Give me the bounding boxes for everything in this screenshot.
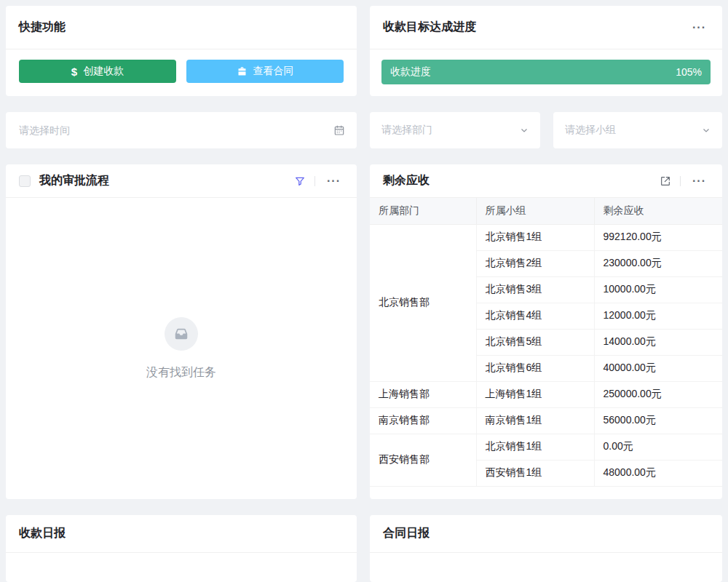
empty-state-text: 没有找到任务 <box>146 365 216 380</box>
approval-header: 我的审批流程 <box>6 164 357 198</box>
amount-cell: 12000.00元 <box>594 303 722 329</box>
table-row: 南京销售部南京销售1组56000.00元 <box>370 407 722 434</box>
progress-card: 收款目标达成进度 收款进度 105% <box>370 6 722 96</box>
header-divider <box>680 176 681 186</box>
group-cell: 上海销售1组 <box>476 381 594 407</box>
dept-cell: 上海销售部 <box>370 381 476 407</box>
receivable-table-wrap[interactable]: 所属部门 所属小组 剩余应收 北京销售部北京销售1组992120.00元北京销售… <box>370 198 722 499</box>
amount-cell: 230000.00元 <box>594 250 722 276</box>
right-filters: 请选择部门 请选择小组 <box>370 112 722 148</box>
quick-actions-card: 快捷功能 $ 创建收款 查看合同 <box>6 6 357 96</box>
time-picker-input[interactable] <box>17 124 333 137</box>
amount-cell: 0.00元 <box>594 434 722 460</box>
receivable-table: 所属部门 所属小组 剩余应收 北京销售部北京销售1组992120.00元北京销售… <box>370 198 722 487</box>
create-payment-button[interactable]: $ 创建收款 <box>19 60 176 83</box>
payment-daily-card: 收款日报 <box>6 515 357 582</box>
amount-cell: 250000.00元 <box>594 381 722 407</box>
group-cell: 南京销售1组 <box>476 407 594 434</box>
time-picker[interactable] <box>6 112 357 148</box>
approval-title: 我的审批流程 <box>39 173 109 188</box>
progress-title: 收款目标达成进度 <box>383 20 476 35</box>
approval-card: 我的审批流程 没有找到任务 <box>6 164 357 499</box>
export-icon[interactable] <box>660 175 671 187</box>
empty-inbox-icon <box>165 317 198 351</box>
table-row: 上海销售部上海销售1组250000.00元 <box>370 381 722 407</box>
receivable-title: 剩余应收 <box>383 173 430 188</box>
dept-cell: 北京销售部 <box>370 224 476 381</box>
view-contract-label: 查看合同 <box>253 65 294 78</box>
contract-daily-header: 合同日报 <box>370 515 722 553</box>
quick-actions-header: 快捷功能 <box>6 6 357 49</box>
calendar-icon <box>333 124 345 136</box>
filter-funnel-icon[interactable] <box>294 175 306 187</box>
more-icon[interactable] <box>689 173 709 189</box>
col-amount: 剩余应收 <box>594 198 722 224</box>
contract-daily-title: 合同日报 <box>383 526 430 541</box>
dollar-icon: $ <box>71 65 77 78</box>
col-dept: 所属部门 <box>370 198 476 224</box>
group-cell: 北京销售3组 <box>476 276 594 303</box>
progress-bar: 收款进度 105% <box>381 60 711 84</box>
view-contract-button[interactable]: 查看合同 <box>186 60 344 83</box>
amount-cell: 48000.00元 <box>594 460 722 486</box>
approval-empty-state: 没有找到任务 <box>6 198 357 499</box>
group-cell: 西安销售1组 <box>476 460 594 486</box>
contract-daily-body <box>370 553 722 582</box>
group-cell: 北京销售5组 <box>476 329 594 355</box>
dashboard: 快捷功能 $ 创建收款 查看合同 收款目标达成进度 收款进度 105% <box>0 0 728 582</box>
amount-cell: 14000.00元 <box>594 329 722 355</box>
receivable-header: 剩余应收 <box>370 164 722 198</box>
group-cell: 北京销售1组 <box>476 434 594 460</box>
col-group: 所属小组 <box>476 198 594 224</box>
more-icon[interactable] <box>689 20 709 36</box>
more-icon[interactable] <box>324 173 344 189</box>
progress-body: 收款进度 105% <box>370 49 722 84</box>
dept-cell: 西安销售部 <box>370 434 476 486</box>
contract-daily-card: 合同日报 <box>370 515 722 582</box>
progress-header: 收款目标达成进度 <box>370 6 722 49</box>
group-cell: 北京销售2组 <box>476 250 594 276</box>
chevron-down-icon <box>702 126 711 135</box>
group-select-value: 请选择小组 <box>565 124 702 137</box>
payment-daily-title: 收款日报 <box>19 526 66 541</box>
payment-daily-header: 收款日报 <box>6 515 357 553</box>
quick-actions-body: $ 创建收款 查看合同 <box>6 49 357 83</box>
department-select-value: 请选择部门 <box>381 124 520 137</box>
group-select[interactable]: 请选择小组 <box>553 112 722 148</box>
quick-actions-title: 快捷功能 <box>19 20 66 35</box>
dept-cell: 南京销售部 <box>370 407 476 434</box>
receivable-table-body: 北京销售部北京销售1组992120.00元北京销售2组230000.00元北京销… <box>370 224 722 486</box>
briefcase-icon <box>237 66 248 77</box>
approval-checkbox[interactable] <box>19 175 31 187</box>
table-row: 北京销售部北京销售1组992120.00元 <box>370 224 722 250</box>
group-cell: 北京销售6组 <box>476 355 594 381</box>
progress-bar-label: 收款进度 <box>390 65 431 79</box>
group-cell: 北京销售1组 <box>476 224 594 250</box>
chevron-down-icon <box>520 126 529 135</box>
table-header-row: 所属部门 所属小组 剩余应收 <box>370 198 722 224</box>
receivable-card: 剩余应收 所属部门 所属小组 剩余应收 北京销售 <box>370 164 722 499</box>
amount-cell: 56000.00元 <box>594 407 722 434</box>
create-payment-label: 创建收款 <box>83 65 124 78</box>
progress-bar-value: 105% <box>676 66 702 78</box>
amount-cell: 40000.00元 <box>594 355 722 381</box>
department-select[interactable]: 请选择部门 <box>370 112 540 148</box>
amount-cell: 10000.00元 <box>594 276 722 303</box>
payment-daily-body <box>6 553 357 582</box>
header-divider <box>314 176 315 186</box>
group-cell: 北京销售4组 <box>476 303 594 329</box>
table-row: 西安销售部北京销售1组0.00元 <box>370 434 722 460</box>
amount-cell: 992120.00元 <box>594 224 722 250</box>
